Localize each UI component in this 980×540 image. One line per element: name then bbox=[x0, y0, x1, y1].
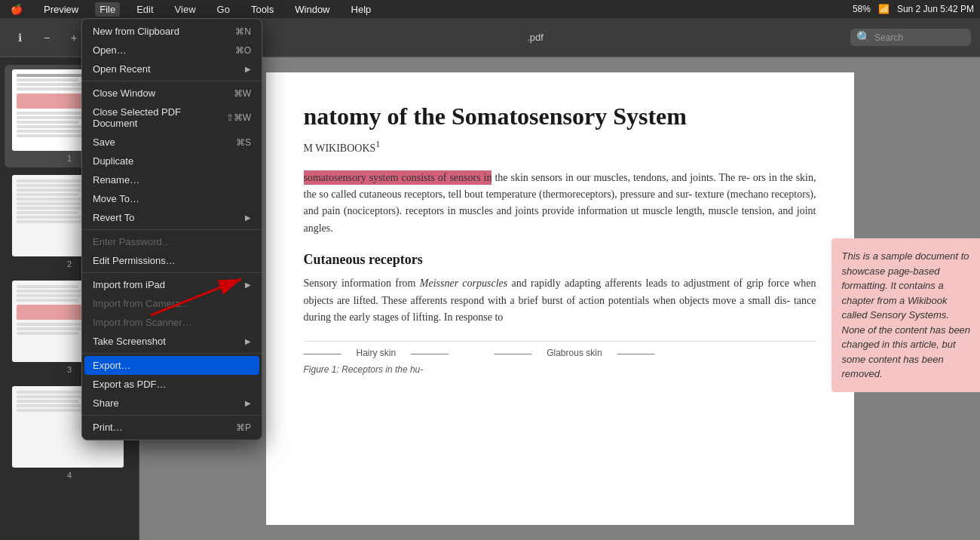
menu-item-save[interactable]: Save ⌘S bbox=[82, 133, 262, 152]
menu-item-import-scanner: Import from Scanner… bbox=[82, 313, 262, 332]
toolbar-title: .pdf bbox=[226, 32, 844, 43]
menubar: 🍎 Preview File Edit View Go Tools Window… bbox=[0, 0, 980, 18]
menu-label-print: Print… bbox=[93, 422, 123, 433]
file-dropdown: New from Clipboard ⌘N Open… ⌘O Open Rece… bbox=[81, 18, 262, 440]
menu-shortcut-save: ⌘S bbox=[236, 137, 251, 148]
edit-menu[interactable]: Edit bbox=[132, 2, 158, 17]
menu-shortcut-close-window: ⌘W bbox=[234, 88, 251, 99]
menu-item-share[interactable]: Share ▶ bbox=[82, 394, 262, 413]
search-box[interactable]: 🔍 bbox=[850, 29, 971, 46]
preview-menu[interactable]: Preview bbox=[39, 2, 83, 17]
menu-shortcut-new-clipboard: ⌘N bbox=[235, 26, 251, 37]
separator-4 bbox=[82, 353, 262, 354]
share-arrow-icon: ▶ bbox=[245, 399, 251, 407]
screenshot-arrow-icon: ▶ bbox=[245, 337, 251, 345]
page-4-number: 4 bbox=[12, 471, 127, 480]
separator-3 bbox=[82, 272, 262, 273]
menu-label-export: Export… bbox=[93, 360, 131, 371]
bottom-label-glabrous: Glabrous skin bbox=[494, 348, 654, 358]
menu-item-open[interactable]: Open… ⌘O bbox=[82, 41, 262, 60]
tools-menu[interactable]: Tools bbox=[247, 2, 278, 17]
menu-item-print[interactable]: Print… ⌘P bbox=[82, 418, 262, 437]
pdf-section-body-text: Sensory information from Meissner corpus… bbox=[304, 278, 816, 323]
separator-1 bbox=[82, 81, 262, 81]
pdf-section-heading: Cutaneous receptors bbox=[304, 252, 816, 268]
menu-item-close-window[interactable]: Close Window ⌘W bbox=[82, 84, 262, 103]
menu-label-open-recent: Open Recent bbox=[93, 63, 151, 75]
help-menu[interactable]: Help bbox=[347, 2, 376, 17]
menu-item-import-ipad[interactable]: Import from iPad ▶ bbox=[82, 275, 262, 294]
content-area: natomy of the Somatosensory System M WIK… bbox=[139, 57, 980, 540]
menu-item-import-camera: Import from Camera… bbox=[82, 294, 262, 313]
menubar-battery: 58% bbox=[853, 4, 871, 14]
view-menu[interactable]: View bbox=[170, 2, 201, 17]
pdf-page: natomy of the Somatosensory System M WIK… bbox=[266, 72, 854, 525]
menu-item-new-clipboard[interactable]: New from Clipboard ⌘N bbox=[82, 22, 262, 41]
menu-label-duplicate: Duplicate bbox=[93, 155, 133, 167]
separator-2 bbox=[82, 229, 262, 230]
open-recent-arrow-icon: ▶ bbox=[245, 65, 251, 73]
menu-item-move-to[interactable]: Move To… bbox=[82, 189, 262, 208]
menu-label-screenshot: Take Screenshot bbox=[93, 336, 166, 347]
pdf-body-intro: somatosensory system consists of sensors… bbox=[304, 170, 816, 238]
pdf-bottom-labels: Hairy skin Glabrous skin bbox=[304, 341, 816, 358]
menu-label-close-window: Close Window bbox=[93, 87, 155, 99]
menu-item-rename[interactable]: Rename… bbox=[82, 170, 262, 189]
pdf-authors: M WIKIBOOKS1 bbox=[304, 140, 816, 155]
menu-label-export-pdf: Export as PDF… bbox=[93, 379, 167, 390]
menu-shortcut-open: ⌘O bbox=[235, 45, 251, 56]
menu-shortcut-print: ⌘P bbox=[236, 422, 251, 433]
menu-label-revert-to: Revert To bbox=[93, 212, 134, 223]
bottom-label-hairy: Hairy skin bbox=[304, 348, 449, 358]
revert-to-arrow-icon: ▶ bbox=[245, 213, 251, 222]
menu-label-enter-password: Enter Password… bbox=[93, 236, 172, 247]
menu-shortcut-close-pdf: ⇧⌘W bbox=[226, 112, 251, 123]
pdf-title: natomy of the Somatosensory System bbox=[304, 103, 816, 130]
figure-caption: Figure 1: Receptors in the hu- bbox=[304, 364, 816, 375]
file-menu[interactable]: File bbox=[95, 2, 120, 17]
menubar-datetime: Sun 2 Jun 5:42 PM bbox=[897, 4, 974, 14]
menu-label-close-pdf: Close Selected PDF Document bbox=[93, 106, 226, 129]
menu-item-export[interactable]: Export… bbox=[84, 356, 259, 375]
menubar-wifi-icon: 📶 bbox=[878, 4, 890, 14]
menu-item-duplicate[interactable]: Duplicate bbox=[82, 152, 262, 170]
menu-label-import-camera: Import from Camera… bbox=[93, 298, 190, 309]
info-button[interactable]: ℹ bbox=[9, 27, 30, 48]
menu-item-export-pdf[interactable]: Export as PDF… bbox=[82, 375, 262, 394]
menu-label-edit-permissions: Edit Permissions… bbox=[93, 255, 176, 266]
menu-item-close-pdf[interactable]: Close Selected PDF Document ⇧⌘W bbox=[82, 103, 262, 133]
apple-menu[interactable]: 🍎 bbox=[6, 2, 27, 17]
menu-item-screenshot[interactable]: Take Screenshot ▶ bbox=[82, 332, 262, 351]
pdf-highlighted-text: somatosensory system consists of sensors… bbox=[304, 170, 492, 185]
menu-item-open-recent[interactable]: Open Recent ▶ bbox=[82, 60, 262, 78]
search-input[interactable] bbox=[874, 32, 965, 43]
menu-label-move-to: Move To… bbox=[93, 193, 139, 204]
zoom-out-button[interactable]: − bbox=[36, 27, 57, 48]
menu-label-share: Share bbox=[93, 397, 119, 409]
pdf-section-body: Sensory information from Meissner corpus… bbox=[304, 275, 816, 326]
menu-label-import-ipad: Import from iPad bbox=[93, 279, 165, 290]
menu-item-enter-password: Enter Password… bbox=[82, 232, 262, 251]
menu-label-open: Open… bbox=[93, 44, 127, 56]
menu-label-import-scanner: Import from Scanner… bbox=[93, 317, 192, 328]
menu-item-revert-to[interactable]: Revert To ▶ bbox=[82, 208, 262, 227]
menubar-right: 58% 📶 Sun 2 Jun 5:42 PM bbox=[853, 4, 974, 14]
dropdown-menu: New from Clipboard ⌘N Open… ⌘O Open Rece… bbox=[81, 18, 262, 440]
menu-label-rename: Rename… bbox=[93, 174, 139, 186]
import-ipad-arrow-icon: ▶ bbox=[245, 281, 251, 289]
window-menu[interactable]: Window bbox=[290, 2, 334, 17]
menu-item-edit-permissions[interactable]: Edit Permissions… bbox=[82, 251, 262, 270]
pdf-note-box: This is a sample document to showcase pa… bbox=[831, 238, 981, 392]
search-icon: 🔍 bbox=[856, 30, 871, 44]
menu-label-new-clipboard: New from Clipboard bbox=[93, 26, 179, 37]
menu-label-save: Save bbox=[93, 137, 115, 148]
go-menu[interactable]: Go bbox=[213, 2, 234, 17]
separator-5 bbox=[82, 415, 262, 416]
